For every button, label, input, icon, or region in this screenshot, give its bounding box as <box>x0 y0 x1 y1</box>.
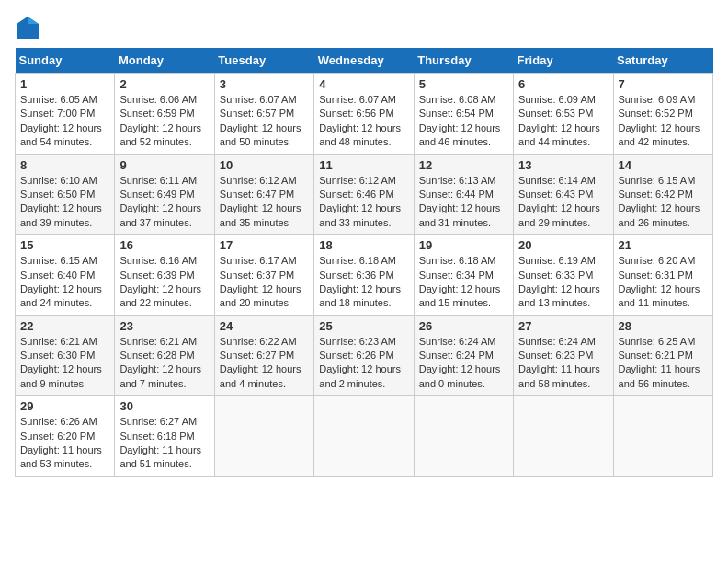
day-number: 10 <box>220 158 309 172</box>
calendar-cell: 10Sunrise: 6:12 AM Sunset: 6:47 PM Dayli… <box>214 154 313 235</box>
calendar-cell: 20Sunrise: 6:19 AM Sunset: 6:33 PM Dayli… <box>514 235 613 316</box>
calendar-cell: 23Sunrise: 6:21 AM Sunset: 6:28 PM Dayli… <box>115 315 214 396</box>
day-info: Sunrise: 6:17 AM Sunset: 6:37 PM Dayligh… <box>220 254 309 311</box>
calendar-cell: 26Sunrise: 6:24 AM Sunset: 6:24 PM Dayli… <box>414 315 513 396</box>
day-info: Sunrise: 6:12 AM Sunset: 6:46 PM Dayligh… <box>319 174 408 231</box>
calendar-cell: 30Sunrise: 6:27 AM Sunset: 6:18 PM Dayli… <box>115 396 214 477</box>
calendar-cell: 16Sunrise: 6:16 AM Sunset: 6:39 PM Dayli… <box>115 235 214 316</box>
calendar-table: SundayMondayTuesdayWednesdayThursdayFrid… <box>15 48 713 477</box>
day-header-friday: Friday <box>514 48 613 74</box>
calendar-cell: 7Sunrise: 6:09 AM Sunset: 6:52 PM Daylig… <box>613 74 712 155</box>
day-number: 23 <box>119 319 209 333</box>
day-number: 24 <box>220 319 309 333</box>
week-row-3: 15Sunrise: 6:15 AM Sunset: 6:40 PM Dayli… <box>16 235 713 316</box>
day-header-wednesday: Wednesday <box>314 48 414 74</box>
header <box>15 15 713 40</box>
calendar-header-row: SundayMondayTuesdayWednesdayThursdayFrid… <box>16 48 713 74</box>
day-header-sunday: Sunday <box>16 48 115 74</box>
day-info: Sunrise: 6:18 AM Sunset: 6:34 PM Dayligh… <box>419 254 508 311</box>
calendar-cell: 12Sunrise: 6:13 AM Sunset: 6:44 PM Dayli… <box>414 154 513 235</box>
day-number: 19 <box>419 238 508 252</box>
calendar-cell <box>514 396 613 477</box>
day-info: Sunrise: 6:15 AM Sunset: 6:40 PM Dayligh… <box>20 254 109 311</box>
day-info: Sunrise: 6:19 AM Sunset: 6:33 PM Dayligh… <box>518 254 608 311</box>
day-number: 27 <box>518 319 608 333</box>
day-number: 20 <box>518 238 608 252</box>
day-info: Sunrise: 6:26 AM Sunset: 6:20 PM Dayligh… <box>20 415 109 472</box>
day-number: 5 <box>419 77 508 91</box>
day-number: 17 <box>220 238 309 252</box>
day-number: 3 <box>220 77 309 91</box>
day-info: Sunrise: 6:07 AM Sunset: 6:56 PM Dayligh… <box>319 93 408 150</box>
day-info: Sunrise: 6:08 AM Sunset: 6:54 PM Dayligh… <box>419 93 508 150</box>
day-number: 15 <box>20 238 109 252</box>
calendar-cell: 29Sunrise: 6:26 AM Sunset: 6:20 PM Dayli… <box>16 396 115 477</box>
calendar-cell: 6Sunrise: 6:09 AM Sunset: 6:53 PM Daylig… <box>514 74 613 155</box>
calendar-cell: 14Sunrise: 6:15 AM Sunset: 6:42 PM Dayli… <box>613 154 712 235</box>
day-number: 1 <box>20 77 109 91</box>
day-number: 9 <box>119 158 209 172</box>
day-header-tuesday: Tuesday <box>214 48 313 74</box>
day-number: 22 <box>20 319 109 333</box>
logo-icon <box>15 15 40 40</box>
day-info: Sunrise: 6:15 AM Sunset: 6:42 PM Dayligh… <box>619 174 708 231</box>
day-info: Sunrise: 6:12 AM Sunset: 6:47 PM Dayligh… <box>220 174 309 231</box>
day-number: 26 <box>419 319 508 333</box>
day-number: 8 <box>20 158 109 172</box>
svg-marker-1 <box>28 17 39 24</box>
calendar-cell <box>314 396 414 477</box>
day-info: Sunrise: 6:07 AM Sunset: 6:57 PM Dayligh… <box>220 93 309 150</box>
calendar-cell <box>214 396 313 477</box>
day-info: Sunrise: 6:23 AM Sunset: 6:26 PM Dayligh… <box>319 335 408 392</box>
day-number: 29 <box>20 399 109 413</box>
day-number: 12 <box>419 158 508 172</box>
week-row-2: 8Sunrise: 6:10 AM Sunset: 6:50 PM Daylig… <box>16 154 713 235</box>
calendar-cell: 5Sunrise: 6:08 AM Sunset: 6:54 PM Daylig… <box>414 74 513 155</box>
calendar-cell: 18Sunrise: 6:18 AM Sunset: 6:36 PM Dayli… <box>314 235 414 316</box>
day-info: Sunrise: 6:09 AM Sunset: 6:52 PM Dayligh… <box>619 93 708 150</box>
day-number: 13 <box>518 158 608 172</box>
week-row-5: 29Sunrise: 6:26 AM Sunset: 6:20 PM Dayli… <box>16 396 713 477</box>
day-number: 18 <box>319 238 408 252</box>
day-info: Sunrise: 6:20 AM Sunset: 6:31 PM Dayligh… <box>619 254 708 311</box>
day-number: 30 <box>119 399 209 413</box>
calendar-cell: 28Sunrise: 6:25 AM Sunset: 6:21 PM Dayli… <box>613 315 712 396</box>
calendar-cell: 13Sunrise: 6:14 AM Sunset: 6:43 PM Dayli… <box>514 154 613 235</box>
day-number: 2 <box>119 77 209 91</box>
day-header-saturday: Saturday <box>613 48 712 74</box>
day-number: 4 <box>319 77 408 91</box>
calendar-cell <box>613 396 712 477</box>
day-number: 25 <box>319 319 408 333</box>
day-info: Sunrise: 6:09 AM Sunset: 6:53 PM Dayligh… <box>518 93 608 150</box>
day-info: Sunrise: 6:27 AM Sunset: 6:18 PM Dayligh… <box>119 415 209 472</box>
calendar-cell <box>414 396 513 477</box>
calendar-cell: 19Sunrise: 6:18 AM Sunset: 6:34 PM Dayli… <box>414 235 513 316</box>
calendar-cell: 22Sunrise: 6:21 AM Sunset: 6:30 PM Dayli… <box>16 315 115 396</box>
day-number: 11 <box>319 158 408 172</box>
day-header-monday: Monday <box>115 48 214 74</box>
week-row-4: 22Sunrise: 6:21 AM Sunset: 6:30 PM Dayli… <box>16 315 713 396</box>
day-info: Sunrise: 6:11 AM Sunset: 6:49 PM Dayligh… <box>119 174 209 231</box>
calendar-cell: 27Sunrise: 6:24 AM Sunset: 6:23 PM Dayli… <box>514 315 613 396</box>
day-number: 6 <box>518 77 608 91</box>
calendar-cell: 21Sunrise: 6:20 AM Sunset: 6:31 PM Dayli… <box>613 235 712 316</box>
day-info: Sunrise: 6:10 AM Sunset: 6:50 PM Dayligh… <box>20 174 109 231</box>
day-number: 28 <box>619 319 708 333</box>
day-info: Sunrise: 6:25 AM Sunset: 6:21 PM Dayligh… <box>619 335 708 392</box>
day-info: Sunrise: 6:18 AM Sunset: 6:36 PM Dayligh… <box>319 254 408 311</box>
calendar-cell: 15Sunrise: 6:15 AM Sunset: 6:40 PM Dayli… <box>16 235 115 316</box>
calendar-cell: 2Sunrise: 6:06 AM Sunset: 6:59 PM Daylig… <box>115 74 214 155</box>
calendar-cell: 8Sunrise: 6:10 AM Sunset: 6:50 PM Daylig… <box>16 154 115 235</box>
calendar-cell: 24Sunrise: 6:22 AM Sunset: 6:27 PM Dayli… <box>214 315 313 396</box>
day-info: Sunrise: 6:21 AM Sunset: 6:28 PM Dayligh… <box>119 335 209 392</box>
day-info: Sunrise: 6:24 AM Sunset: 6:24 PM Dayligh… <box>419 335 508 392</box>
day-number: 14 <box>619 158 708 172</box>
day-info: Sunrise: 6:05 AM Sunset: 7:00 PM Dayligh… <box>20 93 109 150</box>
calendar-cell: 11Sunrise: 6:12 AM Sunset: 6:46 PM Dayli… <box>314 154 414 235</box>
calendar-cell: 9Sunrise: 6:11 AM Sunset: 6:49 PM Daylig… <box>115 154 214 235</box>
day-info: Sunrise: 6:24 AM Sunset: 6:23 PM Dayligh… <box>518 335 608 392</box>
logo <box>15 15 44 40</box>
calendar-cell: 1Sunrise: 6:05 AM Sunset: 7:00 PM Daylig… <box>16 74 115 155</box>
calendar-cell: 25Sunrise: 6:23 AM Sunset: 6:26 PM Dayli… <box>314 315 414 396</box>
day-info: Sunrise: 6:13 AM Sunset: 6:44 PM Dayligh… <box>419 174 508 231</box>
